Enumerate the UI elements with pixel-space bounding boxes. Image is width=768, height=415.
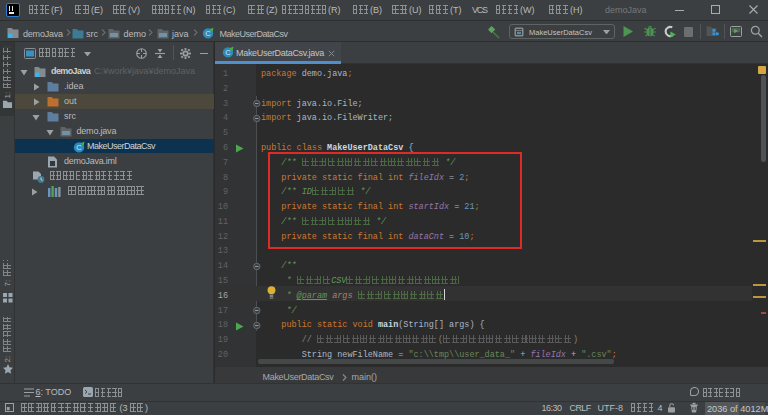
svg-text:C: C	[225, 48, 231, 57]
svg-text:C: C	[205, 29, 211, 38]
svg-text:C: C	[76, 143, 82, 152]
